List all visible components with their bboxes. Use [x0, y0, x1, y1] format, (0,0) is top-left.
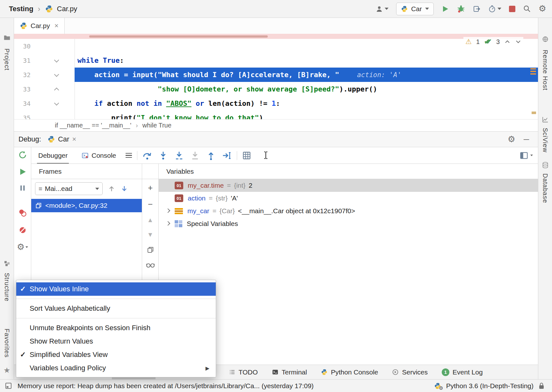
code-line-32[interactable]: 32 action = input("What should I do? [A]…: [14, 68, 538, 82]
breadcrumb-item[interactable]: if __name__ == '__main__': [55, 122, 131, 129]
tool-window-tab-terminal[interactable]: Terminal: [265, 365, 314, 379]
view-breakpoints-button[interactable]: [18, 208, 27, 217]
fold-marker-icon[interactable]: [31, 96, 75, 111]
show-watches-icon[interactable]: [146, 262, 155, 268]
variable-row-my-car-time[interactable]: 01my_car.time = {int} 2: [159, 179, 538, 192]
coverage-button[interactable]: [473, 5, 481, 13]
add-watch-button[interactable]: +: [148, 184, 153, 192]
step-into-button[interactable]: [158, 151, 168, 160]
thread-dropdown[interactable]: ≡ Mai...ead: [35, 182, 103, 195]
next-problem-chevron-icon[interactable]: [515, 39, 521, 45]
search-everywhere-button[interactable]: [523, 5, 531, 13]
file-breadcrumb[interactable]: Car.py: [57, 5, 77, 13]
duplicate-button[interactable]: [147, 246, 154, 254]
code-line-30[interactable]: 30: [14, 39, 538, 53]
tool-stripe-project[interactable]: Project: [3, 48, 11, 70]
line-number: 34: [14, 100, 31, 107]
tab-close-icon[interactable]: ×: [53, 22, 59, 30]
menu-item-show-return-values[interactable]: Show Return Values: [16, 335, 216, 348]
project-folder-icon[interactable]: [4, 34, 11, 41]
tool-window-switcher-icon[interactable]: [5, 382, 12, 389]
breadcrumb-item[interactable]: while True: [142, 122, 171, 129]
step-out-button[interactable]: [206, 151, 216, 160]
rerun-button[interactable]: [18, 150, 27, 159]
profiler-button[interactable]: [488, 5, 501, 13]
sciview-icon[interactable]: [542, 117, 548, 122]
mute-breakpoints-button[interactable]: [18, 226, 27, 235]
warning-count: 1: [476, 38, 480, 46]
tool-window-tab-label: TODO: [239, 368, 258, 376]
debugger-settings-button[interactable]: ⚙: [17, 243, 28, 251]
tool-window-tab-todo[interactable]: TODO: [222, 365, 265, 379]
move-up-button[interactable]: ▲: [147, 217, 154, 223]
variable-row-action[interactable]: 01action = {str} 'A': [159, 192, 538, 205]
editor-error-stripe[interactable]: [530, 34, 537, 119]
status-message[interactable]: Memory use report: Heap dump has been cr…: [18, 382, 314, 390]
remote-host-icon[interactable]: [542, 36, 548, 42]
settings-gear-button[interactable]: ⚙: [539, 4, 546, 13]
run-to-cursor-button[interactable]: [222, 151, 232, 160]
pause-button[interactable]: [19, 184, 26, 192]
fold-marker-icon[interactable]: [31, 68, 75, 82]
variable-row-my-car[interactable]: my_car = {Car} <__main__.Car object at 0…: [159, 205, 538, 217]
session-tab-close-icon[interactable]: ×: [72, 135, 76, 143]
tab-debugger[interactable]: Debugger: [34, 147, 72, 164]
stop-button[interactable]: [509, 6, 515, 12]
code-line-31[interactable]: 31while True:: [14, 53, 538, 68]
step-into-my-code-button[interactable]: [174, 151, 184, 160]
favorites-star-icon[interactable]: ★: [4, 366, 11, 375]
tool-stripe-remote-host[interactable]: Remote Host: [541, 50, 549, 91]
tab-car-py[interactable]: Car.py ×: [14, 18, 65, 34]
move-down-button[interactable]: ▼: [147, 231, 154, 238]
menu-item-simplified-variables-view[interactable]: ✓Simplified Variables View: [16, 348, 216, 361]
debug-panel-settings-icon[interactable]: ⚙: [508, 135, 515, 144]
tab-console[interactable]: Console: [77, 147, 120, 164]
database-icon[interactable]: [542, 162, 548, 168]
tool-stripe-sciview[interactable]: SciView: [541, 128, 549, 153]
menu-item-unmute-breakpoints-on-session-finish[interactable]: Unmute Breakpoints on Session Finish: [16, 321, 216, 335]
expand-chevron-icon[interactable]: [164, 221, 173, 227]
session-tab-label: Car: [58, 135, 69, 143]
evaluate-grid-button[interactable]: [242, 151, 251, 160]
frame-down-button[interactable]: [120, 185, 128, 192]
breadcrumb-chevron-icon: ›: [136, 122, 138, 129]
menu-item-label: Sort Values Alphabetically: [30, 304, 216, 313]
fold-marker-icon[interactable]: [31, 53, 75, 68]
code-editor[interactable]: 3031while True:32 action = input("What s…: [14, 34, 538, 119]
inspection-widget[interactable]: ⚠ 1 ✔✔ 3: [463, 37, 523, 47]
project-breadcrumb[interactable]: Testing: [9, 5, 33, 13]
code-line-34[interactable]: 34 if action not in "ABOS" or len(action…: [14, 96, 538, 111]
menu-item-sort-values-alphabetically[interactable]: Sort Values Alphabetically: [16, 302, 216, 315]
run-button[interactable]: [441, 5, 449, 13]
code-line-35[interactable]: 35 print("I don't know how to do that"): [14, 111, 538, 119]
debug-session-tab[interactable]: Car ×: [47, 135, 76, 143]
frame-up-button[interactable]: [108, 185, 115, 192]
variable-row-special-variables[interactable]: Special Variables: [159, 217, 538, 230]
tool-stripe-favorites[interactable]: Favorites: [3, 329, 11, 358]
user-dropdown[interactable]: [375, 5, 389, 13]
hide-panel-icon[interactable]: ─: [524, 135, 529, 144]
expand-chevron-icon[interactable]: [164, 208, 173, 214]
menu-item-variables-loading-policy[interactable]: Variables Loading Policy▶: [16, 361, 216, 375]
tool-stripe-structure[interactable]: Structure: [3, 273, 11, 301]
tool-window-tab-python-console[interactable]: Python Console: [314, 365, 385, 379]
step-over-button[interactable]: [142, 151, 152, 160]
code-line-33[interactable]: 33 "show [O]dometer, or show average [S]…: [14, 82, 538, 96]
menu-item-show-values-inline[interactable]: ✓Show Values Inline: [16, 282, 216, 296]
frame-row[interactable]: <module>, Car.py:32: [31, 199, 142, 212]
tool-stripe-database[interactable]: Database: [541, 173, 549, 203]
force-step-into-button[interactable]: [190, 151, 200, 160]
resume-button[interactable]: [18, 168, 27, 176]
run-config-select[interactable]: Car: [396, 3, 434, 15]
debug-button[interactable]: [457, 4, 465, 13]
structure-icon[interactable]: [4, 261, 10, 266]
fold-marker-icon[interactable]: [31, 82, 75, 96]
prev-problem-chevron-icon[interactable]: [504, 39, 511, 45]
tool-window-tab-services[interactable]: Services: [385, 365, 435, 379]
layout-options-icon[interactable]: [126, 153, 132, 158]
remove-watch-button[interactable]: −: [148, 200, 153, 208]
tool-window-tab-event-log[interactable]: 1Event Log: [435, 365, 490, 379]
interpreter-label[interactable]: Python 3.6 (In-Depth-Testing): [446, 382, 534, 390]
equals-sign: =: [225, 182, 233, 189]
restore-layout-button[interactable]: [519, 151, 533, 160]
